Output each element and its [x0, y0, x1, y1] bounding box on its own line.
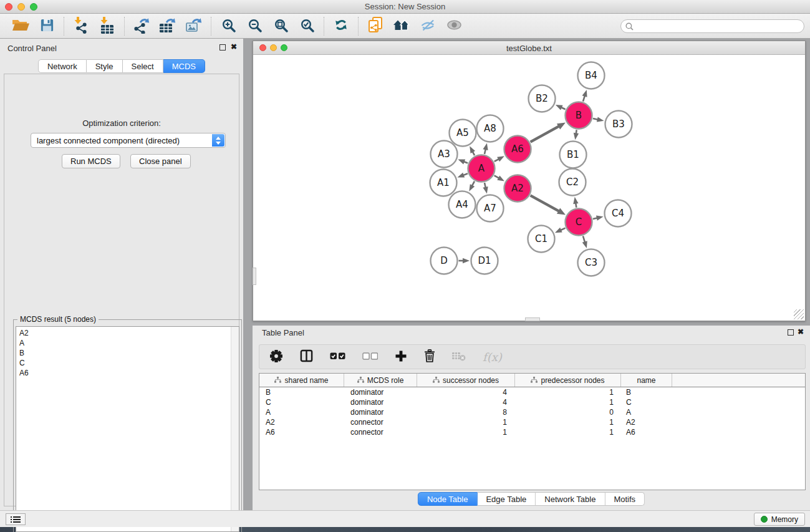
tab-select[interactable]: Select — [123, 59, 163, 73]
graph-edge-B-B2[interactable] — [556, 105, 566, 110]
mcds-result-item[interactable]: A6 — [19, 368, 236, 378]
graph-node-C1[interactable]: C1 — [528, 226, 555, 253]
graph-node-B4[interactable]: B4 — [578, 62, 605, 89]
graph-node-B3[interactable]: B3 — [605, 111, 632, 138]
graph-node-A8[interactable]: A8 — [477, 115, 504, 142]
table-float-icon[interactable] — [788, 329, 794, 336]
close-panel-button[interactable]: Close panel — [130, 154, 191, 168]
zoom-fit-button[interactable] — [268, 16, 294, 37]
save-session-button[interactable] — [34, 16, 60, 37]
graph-node-A4[interactable]: A4 — [449, 191, 476, 218]
graph-edge-C-C4[interactable] — [593, 215, 604, 220]
graph-node-A5[interactable]: A5 — [450, 120, 476, 147]
show-details-button[interactable] — [441, 16, 467, 37]
graph-node-D[interactable]: D — [431, 248, 458, 274]
network-canvas[interactable]: B4B2BB3A8A5A6B1A3AA1C2A2A4A7C4CC1C3DD1 — [254, 55, 805, 321]
graph-edge-C-C2[interactable] — [573, 197, 578, 208]
graph-edge-A2-C[interactable] — [531, 195, 566, 215]
graph-edge-C-C1[interactable] — [555, 228, 566, 233]
graph-edge-C-C3[interactable] — [582, 236, 587, 248]
select-all-button[interactable] — [330, 352, 345, 362]
graph-node-A[interactable]: A — [468, 155, 495, 182]
result-scrollbar[interactable] — [231, 327, 239, 531]
graph-edge-A-A4[interactable] — [469, 181, 475, 191]
column-header-successor-nodes[interactable]: successor nodes — [417, 374, 515, 387]
graph-node-C3[interactable]: C3 — [578, 249, 605, 276]
refresh-button[interactable] — [328, 16, 354, 37]
horizontal-scrollbar-stub[interactable] — [525, 317, 540, 321]
column-view-button[interactable] — [300, 349, 313, 364]
graph-edge-A-A6[interactable] — [494, 156, 504, 162]
criterion-select[interactable]: largest connected component (directed) — [31, 133, 226, 148]
mcds-result-list[interactable]: A2ABCA6 — [16, 326, 239, 532]
network-from-selection-button[interactable] — [362, 16, 388, 37]
export-network-button[interactable] — [128, 16, 155, 37]
mcds-result-item[interactable]: B — [19, 348, 236, 358]
graph-node-A2[interactable]: A2 — [504, 175, 531, 202]
vertical-scrollbar-stub[interactable] — [253, 268, 256, 285]
tab-motifs[interactable]: Motifs — [605, 492, 645, 506]
graph-edge-B-B1[interactable] — [574, 130, 579, 140]
task-history-button[interactable] — [6, 513, 26, 525]
open-file-button[interactable] — [7, 16, 34, 37]
deselect-all-button[interactable] — [362, 352, 378, 362]
graph-edge-A-A7[interactable] — [483, 183, 488, 194]
graph-node-B[interactable]: B — [566, 102, 592, 129]
tab-network[interactable]: Network — [38, 59, 87, 73]
resize-grip-icon[interactable] — [794, 309, 804, 319]
graph-edge-A6-B[interactable] — [531, 123, 566, 142]
tab-node-table[interactable]: Node Table — [418, 492, 478, 506]
tab-network-table[interactable]: Network Table — [536, 492, 605, 506]
export-image-button[interactable] — [181, 16, 207, 37]
column-header-MCDS-role[interactable]: MCDS role — [344, 374, 417, 387]
search-input[interactable] — [634, 21, 804, 32]
zoom-out-button[interactable] — [241, 16, 268, 37]
table-row[interactable]: Cdominator41C — [259, 397, 805, 407]
graph-edge-D-D1[interactable] — [459, 258, 470, 263]
import-table-button[interactable] — [94, 16, 120, 37]
table-row[interactable]: A2connector11A2 — [259, 417, 805, 427]
graph-edge-A-A1[interactable] — [457, 173, 468, 178]
zoom-selected-button[interactable] — [294, 16, 320, 37]
graph-edge-B-B4[interactable] — [582, 90, 587, 102]
tab-mcds[interactable]: MCDS — [163, 59, 205, 73]
float-panel-icon[interactable] — [219, 44, 226, 51]
graph-edge-A-A3[interactable] — [458, 160, 468, 165]
network-window-titlebar[interactable]: testGlobe.txt — [253, 41, 805, 55]
column-header-name[interactable]: name — [621, 374, 672, 387]
graph-edge-A-A5[interactable] — [470, 146, 475, 155]
node-table[interactable]: shared nameMCDS rolesuccessor nodesprede… — [259, 373, 806, 490]
delete-row-button[interactable] — [424, 349, 435, 364]
column-header-shared-name[interactable]: shared name — [259, 374, 344, 387]
table-close-icon[interactable]: ✖ — [798, 327, 804, 336]
table-row[interactable]: A6connector11A6 — [259, 427, 805, 437]
graph-edge-A-A8[interactable] — [483, 143, 488, 154]
graph-node-C[interactable]: C — [566, 209, 592, 236]
run-mcds-button[interactable]: Run MCDS — [62, 154, 120, 168]
graph-node-A3[interactable]: A3 — [431, 141, 458, 168]
tab-style[interactable]: Style — [87, 59, 123, 73]
mcds-result-item[interactable]: C — [19, 358, 236, 368]
search-field[interactable] — [620, 19, 804, 33]
import-network-button[interactable] — [68, 16, 94, 37]
graph-node-A6[interactable]: A6 — [504, 136, 531, 163]
hide-details-button[interactable] — [415, 16, 441, 37]
home-button[interactable] — [388, 16, 415, 37]
mcds-result-item[interactable]: A — [19, 338, 236, 348]
memory-button[interactable]: Memory — [754, 513, 805, 526]
add-row-button[interactable] — [395, 350, 407, 364]
column-header-predecessor-nodes[interactable]: predecessor nodes — [515, 374, 621, 387]
table-row[interactable]: Bdominator41B — [259, 387, 805, 397]
table-row[interactable]: Adominator80A — [259, 407, 805, 417]
settings-gear-button[interactable] — [269, 349, 283, 365]
tab-edge-table[interactable]: Edge Table — [477, 492, 536, 506]
graph-node-B2[interactable]: B2 — [529, 85, 556, 112]
mcds-result-item[interactable]: A2 — [19, 328, 236, 338]
graph-edge-B-B3[interactable] — [593, 117, 604, 122]
export-table-button[interactable] — [155, 16, 181, 37]
close-panel-icon[interactable]: ✖ — [231, 42, 237, 51]
graph-node-A7[interactable]: A7 — [477, 195, 504, 222]
graph-node-A1[interactable]: A1 — [430, 170, 457, 196]
graph-edge-A-A2[interactable] — [494, 175, 504, 181]
zoom-in-button[interactable] — [215, 16, 241, 37]
